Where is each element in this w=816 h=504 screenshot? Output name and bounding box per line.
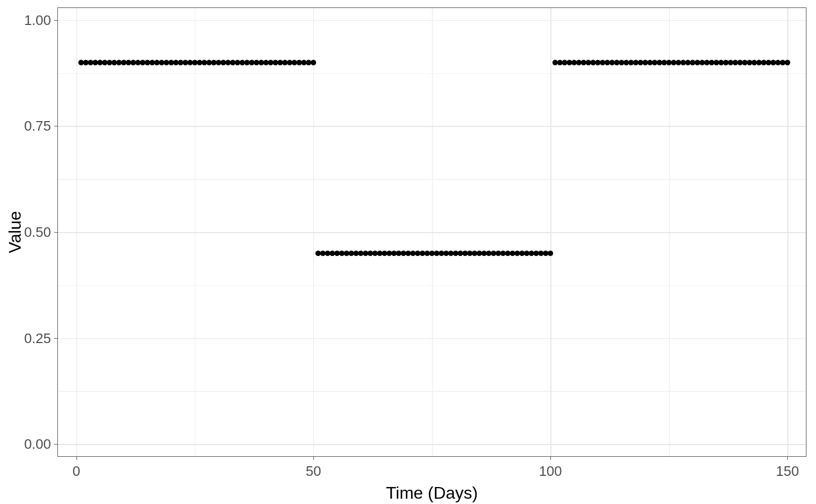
data-point <box>642 60 648 65</box>
data-point <box>491 251 496 256</box>
data-point <box>775 60 780 65</box>
data-point <box>306 60 311 65</box>
data-point <box>462 251 468 256</box>
data-point <box>329 251 335 256</box>
data-point <box>671 60 676 65</box>
data-point <box>348 251 354 256</box>
data-point <box>562 60 567 65</box>
data-point <box>268 60 273 65</box>
data-point <box>126 60 131 65</box>
data-point <box>742 60 747 65</box>
data-point <box>605 60 610 65</box>
data-point <box>638 60 643 65</box>
data-point <box>457 251 463 256</box>
data-point <box>282 60 287 65</box>
data-point <box>301 60 307 65</box>
data-point <box>372 251 378 256</box>
data-point <box>325 251 330 256</box>
data-point <box>448 251 453 256</box>
data-point <box>164 60 169 65</box>
data-point <box>766 60 771 65</box>
y-tick-label: 0.00 <box>24 436 51 452</box>
data-point <box>609 60 615 65</box>
data-point <box>102 60 107 65</box>
y-tick-label: 0.75 <box>24 118 51 134</box>
data-point <box>168 60 174 65</box>
y-tick-label: 0.50 <box>24 224 51 241</box>
data-point <box>391 251 396 256</box>
data-point <box>519 251 524 256</box>
y-tick-label: 1.00 <box>24 12 51 28</box>
data-point <box>685 60 691 65</box>
data-point <box>344 251 349 256</box>
data-point <box>144 60 150 65</box>
data-points <box>57 7 806 457</box>
data-point <box>154 60 159 65</box>
data-point <box>296 60 302 65</box>
data-point <box>363 251 368 256</box>
data-point <box>287 60 292 65</box>
data-point <box>263 60 268 65</box>
data-point <box>178 60 183 65</box>
data-point <box>543 251 548 256</box>
data-point <box>420 251 425 256</box>
x-tick-mark <box>76 457 77 460</box>
data-point <box>585 60 591 65</box>
data-point <box>216 60 221 65</box>
data-point <box>486 251 491 256</box>
data-point <box>197 60 202 65</box>
data-point <box>311 60 316 65</box>
data-point <box>572 60 577 65</box>
data-point <box>614 60 619 65</box>
data-point <box>510 251 515 256</box>
data-point <box>220 60 226 65</box>
data-point <box>752 60 757 65</box>
data-point <box>477 251 482 256</box>
data-point <box>396 251 401 256</box>
data-point <box>188 60 193 65</box>
data-point <box>377 251 382 256</box>
data-point <box>434 251 439 256</box>
data-point <box>88 60 93 65</box>
data-point <box>619 60 624 65</box>
data-point <box>206 60 211 65</box>
data-point <box>112 60 117 65</box>
data-point <box>401 251 406 256</box>
data-point <box>538 251 543 256</box>
data-point <box>386 251 392 256</box>
data-point <box>652 60 657 65</box>
data-point <box>320 251 326 256</box>
data-point <box>737 60 743 65</box>
data-point <box>548 251 553 256</box>
data-point <box>405 251 411 256</box>
data-point <box>259 60 264 65</box>
data-point <box>192 60 198 65</box>
data-point <box>273 60 278 65</box>
data-point <box>173 60 178 65</box>
data-point <box>83 60 88 65</box>
data-point <box>718 60 724 65</box>
chart-container: Value Time (Days) 0501001500.000.250.500… <box>0 0 816 504</box>
data-point <box>733 60 738 65</box>
data-point <box>624 60 629 65</box>
data-point <box>467 251 472 256</box>
data-point <box>97 60 103 65</box>
data-point <box>439 251 444 256</box>
x-tick-mark <box>550 457 551 460</box>
data-point <box>334 251 339 256</box>
data-point <box>382 251 387 256</box>
data-point <box>657 60 662 65</box>
data-point <box>524 251 529 256</box>
data-point <box>116 60 122 65</box>
data-point <box>709 60 714 65</box>
data-point <box>183 60 188 65</box>
data-point <box>230 60 235 65</box>
x-tick-mark <box>787 457 788 460</box>
data-point <box>353 251 359 256</box>
data-point <box>358 251 363 256</box>
data-point <box>713 60 719 65</box>
data-point <box>770 60 776 65</box>
data-point <box>424 251 430 256</box>
data-point <box>78 60 83 65</box>
data-point <box>240 60 245 65</box>
